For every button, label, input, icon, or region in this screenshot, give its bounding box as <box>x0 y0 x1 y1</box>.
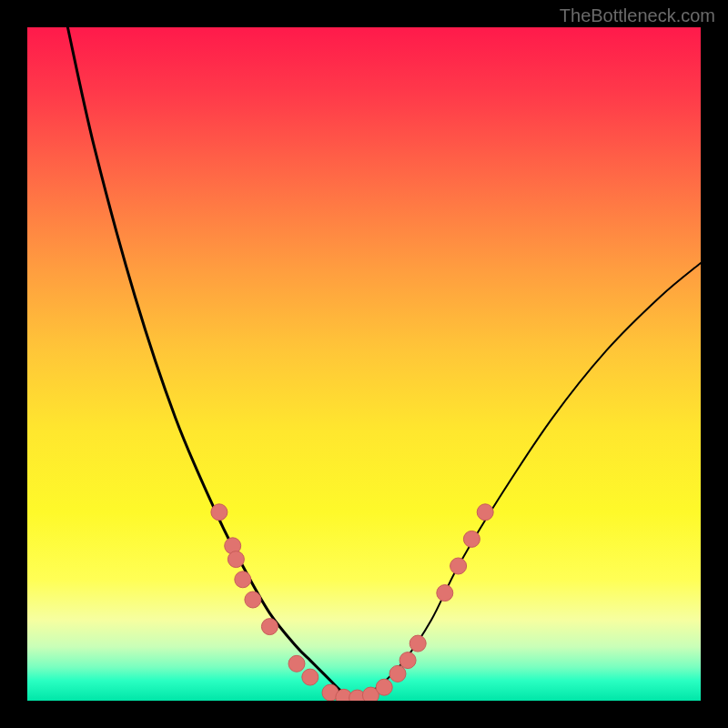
bottleneck-curve <box>27 27 701 701</box>
data-marker <box>477 504 493 521</box>
data-marker <box>450 558 467 574</box>
data-marker <box>437 585 453 602</box>
curve-left-branch <box>67 27 350 701</box>
data-marker <box>288 655 305 672</box>
data-marker <box>376 679 392 695</box>
data-marker <box>245 592 261 608</box>
data-marker <box>235 571 251 588</box>
data-marker <box>211 504 228 521</box>
data-marker <box>261 619 278 635</box>
data-marker <box>302 669 318 685</box>
data-marker <box>228 551 244 568</box>
data-marker <box>389 665 406 682</box>
watermark-text: TheBottleneck.com <box>560 5 715 26</box>
data-marker <box>410 635 426 652</box>
plot-area <box>27 27 701 701</box>
data-marker <box>463 531 480 547</box>
data-marker <box>399 652 416 669</box>
curve-right-branch <box>350 263 701 701</box>
chart-stage: TheBottleneck.com <box>0 0 728 728</box>
